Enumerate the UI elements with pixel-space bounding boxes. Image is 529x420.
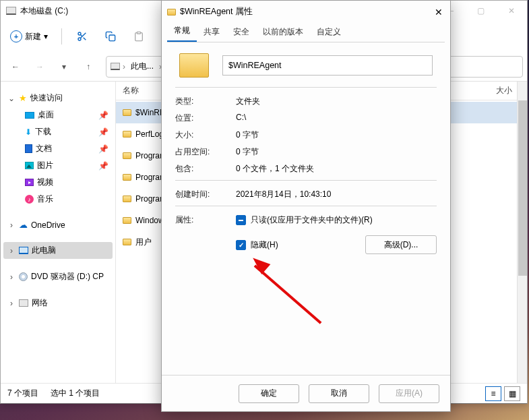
tab-previous[interactable]: 以前的版本 [256, 22, 310, 42]
svg-line-3 [84, 38, 86, 40]
svg-rect-6 [137, 32, 140, 34]
chevron-right-icon: › [7, 220, 15, 230]
sidebar-item-videos[interactable]: 视频 [3, 174, 113, 191]
pin-icon: 📌 [98, 144, 108, 154]
pin-icon: 📌 [98, 161, 108, 171]
forward-button[interactable]: → [29, 56, 51, 78]
sidebar-item-onedrive[interactable]: ›☁OneDrive [3, 217, 113, 233]
apply-button[interactable]: 应用(A) [379, 384, 439, 403]
file-name: 用户 [135, 237, 152, 248]
name-field[interactable] [222, 55, 433, 76]
star-icon: ★ [19, 93, 27, 103]
sidebar-label: 桌面 [38, 109, 54, 121]
dialog-body: 类型:文件夹 位置:C:\ 大小:0 字节 占用空间:0 字节 包含:0 个文件… [162, 42, 450, 270]
divider [175, 180, 437, 181]
network-icon [19, 299, 28, 307]
sidebar-label: 网络 [32, 297, 48, 309]
up-button[interactable]: ↑ [77, 56, 99, 78]
folder-icon [123, 174, 131, 181]
grid-view-button[interactable]: ▦ [504, 386, 520, 401]
tab-security[interactable]: 安全 [226, 22, 256, 42]
value-location: C:\ [236, 113, 437, 124]
checkbox-indeterminate-icon [236, 215, 246, 225]
value-contains: 0 个文件，1 个文件夹 [236, 163, 437, 175]
details-view-button[interactable]: ≡ [485, 386, 501, 401]
folder-icon [123, 239, 131, 245]
documents-icon [25, 144, 32, 153]
cut-button[interactable] [70, 24, 94, 49]
checkbox-checked-icon [236, 240, 246, 250]
new-button[interactable]: + 新建 ▾ [5, 28, 53, 45]
sidebar-item-music[interactable]: ♪音乐 [3, 191, 113, 208]
sidebar-item-documents[interactable]: 文档📌 [3, 140, 113, 157]
sidebar-label: OneDrive [31, 220, 65, 230]
sidebar-label: 快速访问 [30, 92, 63, 104]
paste-button[interactable] [127, 24, 151, 49]
value-size-on-disk: 0 字节 [236, 146, 437, 158]
back-button[interactable]: ← [5, 56, 26, 78]
label-location: 位置: [175, 113, 236, 124]
folder-icon [123, 131, 131, 138]
sidebar-item-thispc[interactable]: ›此电脑 [3, 242, 113, 259]
sidebar-label: 文档 [36, 143, 52, 154]
dialog-footer: 确定 取消 应用(A) [162, 375, 450, 411]
breadcrumb-thispc[interactable]: 此电... [128, 59, 156, 73]
hidden-label: 隐藏(H) [251, 239, 278, 251]
pin-icon: 📌 [98, 127, 108, 137]
folder-icon [123, 152, 131, 159]
column-size[interactable]: 大小 [496, 85, 512, 96]
music-icon: ♪ [25, 195, 34, 204]
chevron-down-icon: ⌄ [7, 94, 15, 103]
sidebar-item-quick[interactable]: ⌄★快速访问 [3, 90, 113, 107]
ok-button[interactable]: 确定 [239, 384, 299, 403]
chevron-down-icon: ▾ [44, 32, 48, 41]
readonly-checkbox[interactable]: 只读(仅应用于文件夹中的文件)(R) [236, 214, 437, 226]
dialog-title: $WinREAgent 属性 [180, 6, 427, 18]
svg-point-1 [78, 38, 81, 40]
pictures-icon [25, 162, 34, 169]
separator [61, 28, 62, 44]
download-icon: ⬇ [25, 127, 32, 137]
sidebar-item-network[interactable]: ›网络 [3, 295, 113, 311]
svg-rect-5 [109, 35, 115, 41]
properties-dialog: $WinREAgent 属性 ✕ 常规 共享 安全 以前的版本 自定义 类型:文… [161, 0, 451, 412]
value-type: 文件夹 [236, 96, 437, 107]
copy-button[interactable] [98, 24, 123, 49]
sidebar-item-dvd[interactable]: ›DVD 驱动器 (D:) CP [3, 268, 113, 285]
history-chevron[interactable]: ▾ [53, 56, 75, 78]
chevron-right-icon: › [7, 246, 15, 256]
tab-custom[interactable]: 自定义 [310, 22, 348, 42]
sidebar-item-downloads[interactable]: ⬇下载📌 [3, 123, 113, 140]
cancel-button[interactable]: 取消 [309, 384, 369, 403]
label-created: 创建时间: [175, 189, 236, 200]
drive-icon [6, 7, 16, 15]
value-size: 0 字节 [236, 129, 437, 141]
close-button[interactable]: ✕ [496, 1, 527, 21]
maximize-button[interactable]: ▢ [465, 1, 496, 21]
value-created: 2021年8月14日，10:43:10 [236, 189, 437, 200]
readonly-label: 只读(仅应用于文件夹中的文件)(R) [251, 214, 373, 226]
folder-icon [179, 53, 209, 78]
status-count: 7 个项目 [7, 388, 38, 399]
sidebar-item-pictures[interactable]: 图片📌 [3, 157, 113, 174]
tab-general[interactable]: 常规 [167, 21, 197, 42]
advanced-button[interactable]: 高级(D)... [365, 235, 437, 254]
name-row [175, 53, 437, 78]
scrollbar[interactable] [517, 82, 527, 383]
sidebar-label: DVD 驱动器 (D:) CP [31, 271, 104, 282]
tab-share[interactable]: 共享 [197, 22, 226, 42]
sidebar-item-desktop[interactable]: 桌面📌 [3, 107, 113, 123]
label-size: 大小: [175, 129, 236, 141]
scroll-thumb[interactable] [518, 100, 527, 276]
cloud-icon: ☁ [19, 220, 28, 230]
label-attributes: 属性: [175, 214, 236, 226]
hidden-checkbox[interactable]: 隐藏(H) [236, 239, 278, 251]
pc-icon [19, 247, 28, 254]
sidebar-label: 下载 [35, 126, 51, 138]
plus-icon: + [10, 30, 22, 42]
close-button[interactable]: ✕ [427, 3, 450, 22]
dialog-titlebar[interactable]: $WinREAgent 属性 ✕ [162, 1, 450, 23]
sidebar-label: 图片 [37, 160, 53, 171]
status-selection: 选中 1 个项目 [51, 388, 100, 399]
folder-icon [123, 196, 131, 202]
